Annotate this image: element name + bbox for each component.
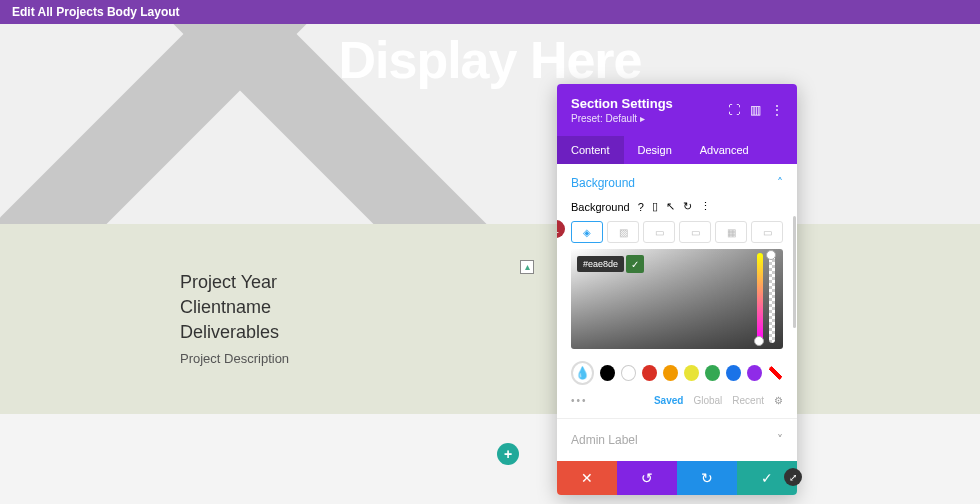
color-picker-canvas[interactable]: #eae8de ✓ [571, 249, 783, 349]
project-content: Project Year Clientname Deliverables Pro… [0, 224, 980, 414]
hero-heading: Display Here [0, 24, 980, 90]
help-icon[interactable]: ? [638, 201, 644, 213]
hero-section: Display Here [0, 24, 980, 224]
top-bar-title: Edit All Projects Body Layout [12, 5, 180, 19]
panel-preset[interactable]: Preset: Default ▸ [571, 113, 718, 124]
hex-input[interactable]: #eae8de [577, 256, 624, 272]
redo-button[interactable]: ↻ [677, 461, 737, 495]
bg-tab-color[interactable]: ◈ [571, 221, 603, 243]
more-icon[interactable]: ⋮ [700, 200, 711, 213]
panel-tabs: Content Design Advanced [557, 136, 797, 164]
more-icon[interactable]: ⋮ [771, 103, 783, 117]
tab-design[interactable]: Design [624, 136, 686, 164]
tab-content[interactable]: Content [557, 136, 624, 164]
background-type-tabs: ◈ ▨ ▭ ▭ ▦ ▭ [571, 221, 783, 243]
palette-global[interactable]: Global [693, 395, 722, 406]
confirm-color-button[interactable]: ✓ [626, 255, 644, 273]
panel-footer: ✕ ↺ ↻ ✓ [557, 461, 797, 495]
bg-tab-mask[interactable]: ▭ [751, 221, 783, 243]
alpha-slider[interactable] [769, 253, 775, 343]
expand-icon[interactable]: ⛶ [728, 103, 740, 117]
snap-icon[interactable]: ▥ [750, 103, 761, 117]
bg-tab-video[interactable]: ▭ [679, 221, 711, 243]
eyedropper-icon[interactable]: 💧 [571, 361, 594, 385]
gear-icon[interactable]: ⚙ [774, 395, 783, 406]
swatch[interactable] [621, 365, 636, 381]
swatch[interactable] [726, 365, 741, 381]
swatch[interactable] [600, 365, 615, 381]
chevron-down-icon[interactable]: ˅ [777, 433, 783, 447]
swatch[interactable] [663, 365, 678, 381]
reset-icon[interactable]: ↻ [683, 200, 692, 213]
chevron-up-icon[interactable]: ˄ [777, 176, 783, 190]
swatch[interactable] [684, 365, 699, 381]
step-badge: 1 [557, 220, 565, 238]
swatch-row: 💧 [571, 361, 783, 385]
tab-advanced[interactable]: Advanced [686, 136, 763, 164]
below-section [0, 414, 980, 474]
hover-icon[interactable]: ↖ [666, 200, 675, 213]
swatch-transparent[interactable] [768, 365, 783, 381]
panel-header[interactable]: Section Settings Preset: Default ▸ ⛶ ▥ ⋮ [557, 84, 797, 136]
admin-label-section[interactable]: Admin Label ˅ [557, 418, 797, 461]
add-section-button[interactable]: + [497, 443, 519, 465]
undo-button[interactable]: ↺ [617, 461, 677, 495]
swatch[interactable] [642, 365, 657, 381]
more-dots-icon[interactable]: ••• [571, 395, 644, 406]
bg-tab-pattern[interactable]: ▦ [715, 221, 747, 243]
swatch[interactable] [705, 365, 720, 381]
bg-tab-gradient[interactable]: ▨ [607, 221, 639, 243]
panel-resize-handle[interactable]: ⤢ [784, 468, 802, 486]
background-section: 1 Background ˄ Background ? ▯ ↖ ↻ ⋮ ◈ ▨ … [557, 164, 797, 418]
settings-panel: Section Settings Preset: Default ▸ ⛶ ▥ ⋮… [557, 84, 797, 495]
responsive-icon[interactable]: ▯ [652, 200, 658, 213]
admin-label-text: Admin Label [571, 433, 638, 447]
broken-image-icon: ▴ [520, 260, 534, 274]
top-bar: Edit All Projects Body Layout [0, 0, 980, 24]
section-label[interactable]: Background [571, 176, 635, 190]
bg-tab-image[interactable]: ▭ [643, 221, 675, 243]
panel-scrollbar[interactable] [793, 216, 796, 328]
cancel-button[interactable]: ✕ [557, 461, 617, 495]
palette-saved[interactable]: Saved [654, 395, 683, 406]
background-field-label: Background [571, 201, 630, 213]
swatch[interactable] [747, 365, 762, 381]
hue-slider[interactable] [757, 253, 763, 343]
panel-title: Section Settings [571, 96, 718, 111]
palette-recent[interactable]: Recent [732, 395, 764, 406]
